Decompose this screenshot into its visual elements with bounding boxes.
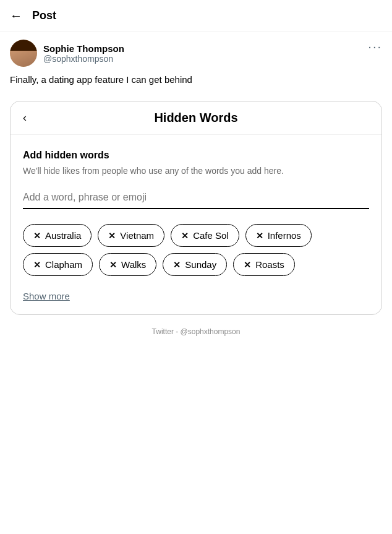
tag-item[interactable]: ✕Clapham: [23, 253, 93, 276]
tag-remove-icon[interactable]: ✕: [173, 260, 181, 270]
tag-remove-icon[interactable]: ✕: [33, 231, 41, 241]
inner-app-card: ‹ Hidden Words Add hidden words We'll hi…: [10, 101, 382, 315]
tag-label: Vietnam: [120, 230, 154, 241]
tag-label: Clapham: [45, 259, 82, 270]
back-arrow-icon[interactable]: ←: [10, 9, 22, 23]
tag-remove-icon[interactable]: ✕: [256, 231, 263, 241]
more-options-button[interactable]: ···: [368, 40, 382, 54]
footer-watermark: Twitter - @sophxthompson: [0, 322, 392, 343]
tag-item[interactable]: ✕Walks: [99, 253, 156, 276]
page-title: Post: [32, 9, 56, 22]
tweet-user-left: Sophie Thompson @sophxthompson: [10, 40, 124, 67]
hw-back-icon[interactable]: ‹: [23, 111, 27, 124]
tag-label: Walks: [121, 259, 146, 270]
tag-remove-icon[interactable]: ✕: [109, 260, 117, 270]
hw-section-title: Add hidden words: [23, 150, 369, 161]
page-header: ← Post: [0, 0, 392, 32]
tweet-user-row: Sophie Thompson @sophxthompson ···: [10, 40, 382, 67]
tag-item[interactable]: ✕Roasts: [233, 253, 295, 276]
user-name: Sophie Thompson: [43, 43, 124, 54]
tags-grid: ✕Australia✕Vietnam✕Cafe Sol✕Infernos✕Cla…: [23, 224, 369, 276]
tweet-text: Finally, a dating app feature I can get …: [10, 73, 382, 86]
avatar: [10, 40, 37, 67]
tag-remove-icon[interactable]: ✕: [181, 231, 189, 241]
tag-label: Sunday: [185, 259, 216, 270]
hw-input-wrapper[interactable]: [23, 192, 369, 209]
tag-item[interactable]: ✕Cafe Sol: [171, 224, 239, 247]
tag-item[interactable]: ✕Infernos: [245, 224, 312, 247]
user-handle: @sophxthompson: [43, 54, 124, 64]
tag-label: Roasts: [255, 259, 284, 270]
hw-content: Add hidden words We'll hide likes from p…: [11, 135, 381, 314]
tweet-container: Sophie Thompson @sophxthompson ··· Final…: [0, 32, 392, 93]
hw-section-desc: We'll hide likes from people who use any…: [23, 165, 369, 177]
show-more-link[interactable]: Show more: [23, 291, 70, 301]
hw-title: Hidden Words: [154, 111, 237, 125]
hw-word-input[interactable]: [23, 192, 369, 203]
tag-remove-icon[interactable]: ✕: [33, 260, 41, 270]
tag-item[interactable]: ✕Sunday: [163, 253, 227, 276]
tag-label: Australia: [45, 230, 81, 241]
tag-item[interactable]: ✕Australia: [23, 224, 92, 247]
tag-label: Infernos: [268, 230, 301, 241]
tag-item[interactable]: ✕Vietnam: [98, 224, 164, 247]
tag-label: Cafe Sol: [193, 230, 229, 241]
user-info: Sophie Thompson @sophxthompson: [43, 43, 124, 64]
tag-remove-icon[interactable]: ✕: [108, 231, 116, 241]
tag-remove-icon[interactable]: ✕: [244, 260, 251, 270]
hw-header: ‹ Hidden Words: [11, 101, 381, 135]
